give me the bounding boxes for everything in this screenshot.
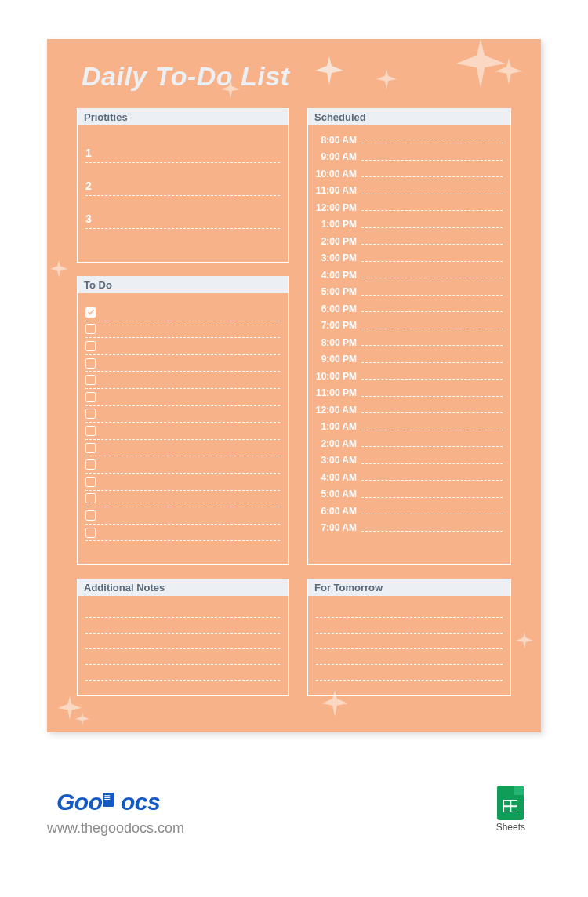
todo-checkbox[interactable] bbox=[85, 358, 96, 369]
schedule-line bbox=[361, 143, 503, 143]
sparkle-icon bbox=[516, 632, 533, 649]
todo-checkbox[interactable] bbox=[85, 341, 96, 351]
todo-row[interactable] bbox=[85, 507, 280, 525]
schedule-row[interactable]: 6:00 PM bbox=[313, 300, 503, 318]
todo-row[interactable] bbox=[85, 372, 280, 389]
schedule-time: 5:00 AM bbox=[313, 488, 361, 499]
schedule-row[interactable]: 7:00 PM bbox=[313, 318, 503, 335]
schedule-row[interactable]: 8:00 AM bbox=[313, 132, 503, 149]
schedule-row[interactable]: 1:00 AM bbox=[313, 419, 503, 436]
todo-checkbox[interactable] bbox=[85, 392, 96, 402]
schedule-time: 6:00 PM bbox=[313, 303, 361, 314]
page-title: Daily To-Do List bbox=[82, 61, 290, 92]
todo-checkbox[interactable] bbox=[85, 324, 96, 334]
note-line[interactable] bbox=[316, 665, 503, 681]
footer: Goo ocs www.thegoodocs.com Sheets bbox=[47, 779, 541, 850]
schedule-row[interactable]: 9:00 PM bbox=[313, 351, 503, 369]
schedule-row[interactable]: 4:00 AM bbox=[313, 469, 503, 486]
priority-row[interactable]: 3 bbox=[85, 196, 280, 229]
schedule-row[interactable]: 1:00 PM bbox=[313, 216, 503, 234]
todo-checkbox[interactable] bbox=[85, 477, 96, 487]
schedule-line bbox=[361, 362, 503, 363]
note-line[interactable] bbox=[85, 665, 280, 681]
note-line[interactable] bbox=[316, 618, 503, 634]
notes-body bbox=[78, 596, 288, 684]
todo-row[interactable] bbox=[85, 338, 280, 355]
todo-row[interactable] bbox=[85, 491, 280, 508]
schedule-row[interactable]: 10:00 PM bbox=[313, 368, 503, 385]
schedule-line bbox=[361, 210, 503, 211]
todo-checkbox[interactable] bbox=[85, 375, 96, 385]
schedule-line bbox=[361, 531, 503, 532]
todo-row[interactable] bbox=[85, 440, 280, 457]
schedule-row[interactable]: 2:00 PM bbox=[313, 233, 503, 250]
schedule-time: 12:00 PM bbox=[313, 202, 361, 213]
priority-row[interactable]: 1 bbox=[85, 130, 280, 163]
sparkle-icon bbox=[75, 712, 89, 726]
schedule-line bbox=[361, 278, 503, 278]
schedule-row[interactable]: 11:00 PM bbox=[313, 385, 503, 402]
schedule-row[interactable]: 8:00 PM bbox=[313, 334, 503, 351]
note-line[interactable] bbox=[316, 602, 503, 618]
note-line[interactable] bbox=[85, 618, 280, 634]
note-line[interactable] bbox=[85, 649, 280, 665]
sheets-badge: Sheets bbox=[496, 786, 525, 833]
tomorrow-body bbox=[308, 596, 510, 684]
schedule-row[interactable]: 2:00 AM bbox=[313, 435, 503, 452]
priority-row[interactable]: 2 bbox=[85, 163, 280, 196]
todo-row[interactable] bbox=[85, 456, 280, 474]
todo-row[interactable] bbox=[85, 474, 280, 491]
todo-checkbox[interactable] bbox=[85, 409, 96, 419]
goodocs-logo: Goo ocs bbox=[56, 789, 160, 815]
schedule-row[interactable]: 6:00 AM bbox=[313, 503, 503, 520]
schedule-row[interactable]: 11:00 AM bbox=[313, 183, 503, 200]
schedule-time: 3:00 AM bbox=[313, 455, 361, 466]
todo-row[interactable] bbox=[85, 406, 280, 423]
schedule-line bbox=[361, 514, 503, 514]
todo-row[interactable] bbox=[85, 525, 280, 542]
schedule-row[interactable]: 4:00 PM bbox=[313, 267, 503, 284]
todo-checkbox[interactable] bbox=[85, 493, 96, 503]
note-line[interactable] bbox=[316, 634, 503, 649]
schedule-line bbox=[361, 480, 503, 481]
schedule-line bbox=[361, 345, 503, 346]
todo-checkbox[interactable] bbox=[85, 426, 96, 436]
todo-row[interactable] bbox=[85, 355, 280, 372]
schedule-time: 11:00 PM bbox=[313, 387, 361, 398]
schedule-line bbox=[361, 194, 503, 194]
sparkle-icon bbox=[315, 56, 343, 85]
schedule-time: 4:00 PM bbox=[313, 270, 361, 281]
note-line[interactable] bbox=[85, 602, 280, 618]
todo-checkbox[interactable] bbox=[85, 443, 96, 453]
schedule-row[interactable]: 10:00 AM bbox=[313, 165, 503, 183]
todo-row[interactable] bbox=[85, 304, 280, 321]
note-line[interactable] bbox=[85, 634, 280, 649]
schedule-time: 10:00 AM bbox=[313, 169, 361, 180]
logo-part-b: ocs bbox=[121, 789, 160, 815]
schedule-line bbox=[361, 311, 503, 312]
todo-checkbox[interactable] bbox=[85, 307, 96, 318]
schedule-row[interactable]: 9:00 AM bbox=[313, 149, 503, 166]
todo-row[interactable] bbox=[85, 389, 280, 406]
schedule-time: 12:00 AM bbox=[313, 405, 361, 416]
schedule-row[interactable]: 3:00 PM bbox=[313, 250, 503, 267]
todo-checkbox[interactable] bbox=[85, 510, 96, 521]
note-line[interactable] bbox=[316, 649, 503, 665]
todo-row[interactable] bbox=[85, 423, 280, 440]
schedule-time: 8:00 PM bbox=[313, 337, 361, 348]
schedule-line bbox=[361, 430, 503, 430]
schedule-row[interactable]: 7:00 AM bbox=[313, 520, 503, 537]
scheduled-body: 8:00 AM9:00 AM10:00 AM11:00 AM12:00 PM1:… bbox=[308, 125, 510, 541]
priorities-section: Priotities 123 bbox=[77, 108, 289, 263]
todo-checkbox[interactable] bbox=[85, 459, 96, 470]
schedule-row[interactable]: 5:00 AM bbox=[313, 486, 503, 503]
notes-section: Additional Notes bbox=[77, 579, 289, 696]
schedule-row[interactable]: 5:00 PM bbox=[313, 284, 503, 301]
schedule-row[interactable]: 12:00 PM bbox=[313, 199, 503, 216]
todo-checkbox[interactable] bbox=[85, 528, 96, 538]
sheets-icon bbox=[497, 786, 524, 820]
schedule-row[interactable]: 12:00 AM bbox=[313, 401, 503, 419]
schedule-row[interactable]: 3:00 AM bbox=[313, 452, 503, 470]
todo-row[interactable] bbox=[85, 321, 280, 339]
schedule-time: 9:00 AM bbox=[313, 151, 361, 162]
